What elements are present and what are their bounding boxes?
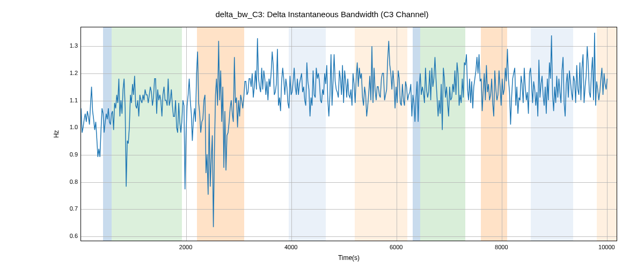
y-tick-label: 1.0 [70, 124, 78, 130]
x-tick-label: 8000 [495, 244, 508, 250]
y-tick-label: 1.2 [70, 70, 78, 76]
x-tick-label: 10000 [598, 244, 615, 250]
y-axis-label: Hz [53, 130, 60, 138]
x-tick-label: 2000 [179, 244, 192, 250]
y-tick-label: 0.6 [70, 233, 78, 239]
x-tick-label: 4000 [284, 244, 297, 250]
plot-area [80, 27, 617, 241]
y-tick-label: 0.8 [70, 178, 78, 185]
chart-container: delta_bw_C3: Delta Instantaneous Bandwid… [0, 0, 644, 268]
y-tick-label: 1.3 [70, 42, 78, 49]
x-tick-label: 6000 [390, 244, 402, 250]
y-tick-label: 1.1 [70, 97, 78, 103]
chart-title: delta_bw_C3: Delta Instantaneous Bandwid… [0, 10, 644, 19]
y-tick-label: 0.7 [70, 205, 78, 212]
x-axis-label: Time(s) [80, 254, 617, 262]
line-series [81, 27, 617, 241]
y-tick-label: 0.9 [70, 151, 78, 158]
